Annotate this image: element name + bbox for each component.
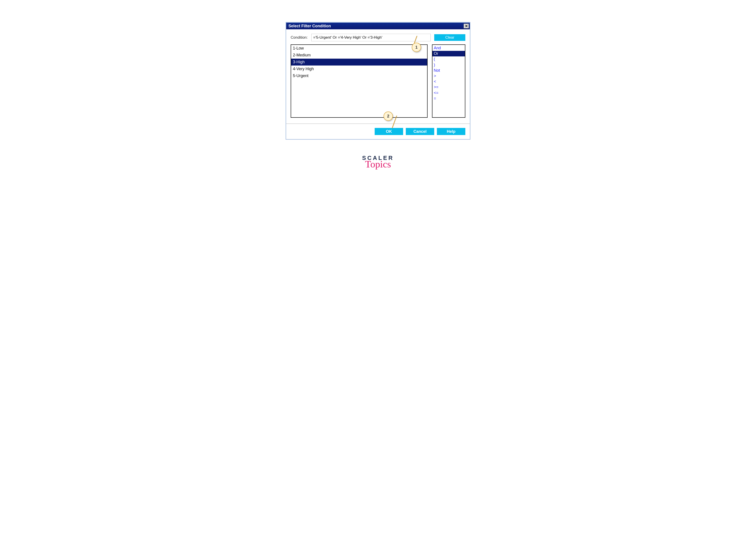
scaler-topics-logo: SCALER Topics: [362, 155, 394, 169]
values-listbox[interactable]: 1-Low2-Medium3-High4-Very High5-Urgent: [291, 44, 428, 118]
operator-item[interactable]: <=: [432, 90, 465, 96]
logo-line2: Topics: [362, 159, 394, 169]
operator-item[interactable]: >: [432, 73, 465, 79]
operator-item[interactable]: Not: [432, 68, 465, 73]
callout-1: 1: [412, 42, 421, 52]
dialog-body: Condition: Clear 1-Low2-Medium3-High4-Ve…: [286, 29, 470, 118]
ok-button[interactable]: OK: [375, 128, 403, 135]
close-button[interactable]: ✕: [463, 24, 469, 29]
condition-input[interactable]: [311, 34, 431, 41]
dialog-footer: OK Cancel Help: [286, 124, 470, 139]
callout-1-number: 1: [415, 45, 418, 50]
value-item[interactable]: 3-High: [291, 59, 427, 65]
operators-listbox[interactable]: AndOr()Not><>=<==: [432, 44, 465, 118]
callout-2-number: 2: [387, 114, 389, 118]
value-item[interactable]: 4-Very High: [291, 65, 427, 72]
title-bar: Select Filter Condition ✕: [286, 23, 470, 29]
filter-dialog: Select Filter Condition ✕ Condition: Cle…: [286, 22, 470, 139]
close-icon: ✕: [465, 24, 468, 28]
value-item[interactable]: 1-Low: [291, 45, 427, 52]
operator-item[interactable]: And: [432, 45, 465, 51]
value-item[interactable]: 5-Urgent: [291, 72, 427, 79]
operator-item[interactable]: ): [432, 62, 465, 68]
operator-item[interactable]: >=: [432, 84, 465, 90]
value-item[interactable]: 2-Medium: [291, 52, 427, 59]
operator-item[interactable]: =: [432, 96, 465, 101]
clear-button[interactable]: Clear: [434, 34, 465, 41]
help-button[interactable]: Help: [437, 128, 465, 135]
condition-label: Condition:: [291, 35, 308, 40]
operator-item[interactable]: (: [432, 56, 465, 62]
condition-row: Condition: Clear: [291, 34, 465, 41]
operator-item[interactable]: <: [432, 79, 465, 84]
cancel-button[interactable]: Cancel: [406, 128, 434, 135]
dialog-title: Select Filter Condition: [289, 24, 331, 29]
callout-2: 2: [383, 112, 393, 121]
operator-item[interactable]: Or: [432, 51, 465, 56]
canvas: Select Filter Condition ✕ Condition: Cle…: [236, 0, 520, 178]
lists-row: 1-Low2-Medium3-High4-Very High5-Urgent A…: [291, 44, 465, 118]
